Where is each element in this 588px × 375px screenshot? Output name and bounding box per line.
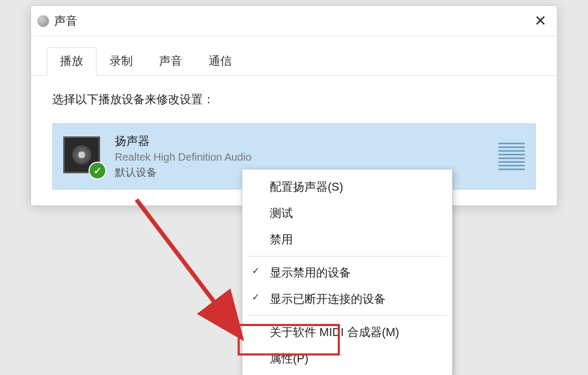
instruction-text: 选择以下播放设备来修改设置： (52, 92, 536, 107)
tab-playback[interactable]: 播放 (47, 47, 96, 76)
menu-item-label: 显示已断开连接的设备 (270, 292, 386, 305)
menu-separator (248, 256, 447, 256)
menu-item-0[interactable]: 配置扬声器(S) (242, 174, 452, 200)
check-icon: ✓ (252, 265, 260, 277)
menu-item-7[interactable]: 关于软件 MIDI 合成器(M) (242, 319, 452, 346)
tab-communications[interactable]: 通信 (195, 47, 245, 76)
menu-item-5[interactable]: ✓显示已断开连接的设备 (242, 286, 452, 312)
default-check-icon: ✓ (89, 162, 106, 180)
context-menu: 配置扬声器(S)测试禁用✓显示禁用的设备✓显示已断开连接的设备关于软件 MIDI… (242, 169, 453, 375)
menu-item-label: 关于软件 MIDI 合成器(M) (270, 325, 399, 339)
sound-dialog-window: 声音 ✕ 播放 录制 声音 通信 选择以下播放设备来修改设置： ✓ 扬声器 Re… (31, 5, 557, 206)
menu-item-1[interactable]: 测试 (242, 200, 452, 226)
menu-separator (248, 315, 447, 316)
sound-icon (37, 15, 49, 27)
device-name: 扬声器 (115, 133, 488, 149)
svg-line-0 (136, 200, 237, 331)
close-icon[interactable]: ✕ (530, 12, 551, 29)
volume-meter-icon (498, 143, 525, 170)
menu-item-8[interactable]: 属性(P) (242, 346, 452, 372)
menu-item-4[interactable]: ✓显示禁用的设备 (242, 260, 452, 286)
menu-item-label: 显示禁用的设备 (270, 266, 351, 279)
device-driver: Realtek High Definition Audio (115, 151, 488, 163)
speaker-icon: ✓ (63, 136, 103, 176)
menu-item-label: 测试 (270, 206, 293, 220)
menu-item-label: 禁用 (270, 233, 293, 246)
menu-item-label: 属性(P) (270, 352, 308, 365)
tab-bar: 播放 录制 声音 通信 (31, 36, 557, 76)
tab-sounds[interactable]: 声音 (146, 47, 195, 76)
check-icon: ✓ (252, 291, 260, 303)
menu-item-2[interactable]: 禁用 (242, 226, 452, 253)
window-title: 声音 (54, 13, 530, 29)
titlebar: 声音 ✕ (31, 6, 557, 36)
tab-recording[interactable]: 录制 (96, 47, 146, 76)
menu-item-label: 配置扬声器(S) (270, 180, 343, 193)
